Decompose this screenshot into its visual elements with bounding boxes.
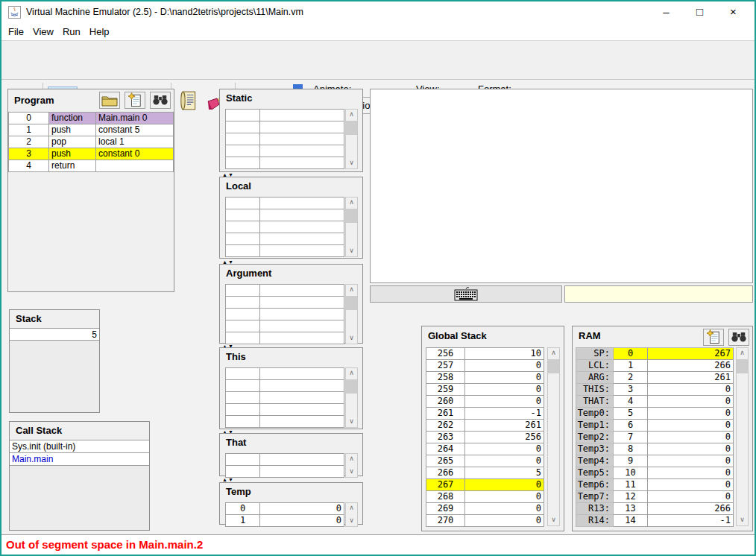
scroll-down-button[interactable]: ∨ xyxy=(346,516,357,526)
global-stack-row[interactable]: 262 261 xyxy=(426,420,544,432)
segment-row[interactable] xyxy=(226,320,344,332)
scroll-thumb[interactable] xyxy=(346,121,357,135)
global-stack-row[interactable]: 270 0 xyxy=(426,515,544,527)
ram-row[interactable]: SP: 0 267 xyxy=(576,348,734,360)
segment-row[interactable] xyxy=(226,145,344,157)
scroll-thumb[interactable] xyxy=(737,359,748,373)
scrollbar[interactable]: ∧ ∨ xyxy=(345,367,358,428)
scroll-thumb[interactable] xyxy=(346,379,357,394)
maximize-button[interactable]: □ xyxy=(683,1,716,23)
global-stack-row[interactable]: 268 0 xyxy=(426,491,544,503)
close-button[interactable]: × xyxy=(716,1,750,23)
ram-row[interactable]: LCL: 1 266 xyxy=(576,360,734,372)
scroll-up-button[interactable]: ∧ xyxy=(737,348,748,358)
segment-row[interactable] xyxy=(226,309,344,320)
ram-row[interactable]: Temp2: 7 0 xyxy=(576,432,734,443)
open-program-button[interactable] xyxy=(99,92,120,109)
global-stack-row[interactable]: 261 -1 xyxy=(426,408,544,420)
segment-row[interactable] xyxy=(226,466,344,478)
keyboard-button[interactable] xyxy=(370,285,562,303)
stack-row[interactable]: 5 xyxy=(10,328,99,341)
segment-row[interactable] xyxy=(226,233,344,245)
global-stack-row[interactable]: 257 0 xyxy=(426,360,544,372)
scroll-up-button[interactable]: ∧ xyxy=(346,198,357,208)
scrollbar[interactable]: ∧ ∨ xyxy=(547,347,560,526)
global-stack-row[interactable]: 266 5 xyxy=(426,467,544,479)
global-stack-row[interactable]: 265 0 xyxy=(426,455,544,467)
scrollbar[interactable]: ∧ ∨ xyxy=(345,197,358,257)
global-stack-row[interactable]: 260 0 xyxy=(426,396,544,408)
ram-row[interactable]: R13: 13 266 xyxy=(576,503,734,515)
scroll-down-button[interactable]: ∨ xyxy=(346,333,357,344)
scroll-up-button[interactable]: ∧ xyxy=(346,110,357,120)
clear-program-button[interactable] xyxy=(125,92,145,109)
scrollbar[interactable]: ∧ ∨ xyxy=(345,109,358,169)
segment-row[interactable]: 0 0 xyxy=(226,503,344,515)
global-stack-row[interactable]: 267 0 xyxy=(426,479,544,491)
program-row[interactable]: 2 pop local 1 xyxy=(8,136,174,148)
scroll-thumb[interactable] xyxy=(346,209,357,223)
call-stack-frame[interactable]: Sys.init (built-in) xyxy=(10,440,149,452)
menu-run[interactable]: Run xyxy=(62,25,81,39)
scroll-down-button[interactable]: ∨ xyxy=(548,515,559,525)
ram-row[interactable]: THAT: 4 0 xyxy=(576,396,734,408)
segment-row[interactable]: 1 0 xyxy=(226,515,344,527)
segment-row[interactable] xyxy=(226,198,344,209)
menu-help[interactable]: Help xyxy=(89,25,110,39)
segment-row[interactable] xyxy=(226,380,344,392)
ram-row[interactable]: ARG: 2 261 xyxy=(576,372,734,384)
ram-row[interactable]: Temp4: 9 0 xyxy=(576,455,734,467)
global-stack-row[interactable]: 264 0 xyxy=(426,443,544,455)
ram-row[interactable]: Temp1: 6 0 xyxy=(576,420,734,432)
scroll-up-button[interactable]: ∧ xyxy=(346,368,357,379)
segment-row[interactable] xyxy=(226,133,344,145)
scroll-down-button[interactable]: ∨ xyxy=(346,417,357,427)
segment-row[interactable] xyxy=(226,332,344,344)
scroll-thumb[interactable] xyxy=(548,359,559,373)
scrollbar[interactable]: ∧ ∨ xyxy=(345,453,358,478)
scroll-up-button[interactable]: ∧ xyxy=(346,454,357,464)
scroll-down-button[interactable]: ∨ xyxy=(346,467,357,477)
scroll-up-button[interactable]: ∧ xyxy=(548,348,559,358)
ram-row[interactable]: Temp7: 12 0 xyxy=(576,491,734,503)
menu-file[interactable]: File xyxy=(7,25,25,39)
program-row[interactable]: 3 push constant 0 xyxy=(8,148,174,160)
global-stack-row[interactable]: 256 10 xyxy=(426,348,544,360)
scroll-down-button[interactable]: ∨ xyxy=(737,515,748,525)
scroll-up-button[interactable]: ∧ xyxy=(346,285,357,295)
program-row[interactable]: 0 function Main.main 0 xyxy=(8,113,174,124)
keyboard-input-field[interactable] xyxy=(564,285,753,303)
menu-view[interactable]: View xyxy=(32,25,54,39)
segment-row[interactable] xyxy=(226,454,344,466)
program-row[interactable]: 1 push constant 5 xyxy=(8,124,174,136)
segment-row[interactable] xyxy=(226,221,344,233)
scroll-down-button[interactable]: ∨ xyxy=(346,246,357,256)
search-ram-button[interactable] xyxy=(728,329,749,346)
global-stack-row[interactable]: 259 0 xyxy=(426,384,544,396)
ram-row[interactable]: Temp6: 11 0 xyxy=(576,479,734,491)
ram-row[interactable]: R14: 14 -1 xyxy=(576,515,734,527)
scrollbar[interactable]: ∧ ∨ xyxy=(345,502,358,527)
script-button[interactable] xyxy=(175,86,202,115)
scrollbar[interactable]: ∧ ∨ xyxy=(345,284,358,344)
search-program-button[interactable] xyxy=(150,92,171,109)
segment-row[interactable] xyxy=(226,416,344,428)
clear-ram-button[interactable] xyxy=(703,329,724,346)
segment-row[interactable] xyxy=(226,392,344,404)
ram-row[interactable]: Temp5: 10 0 xyxy=(576,467,734,479)
segment-row[interactable] xyxy=(226,297,344,309)
segment-row[interactable] xyxy=(226,110,344,121)
segment-row[interactable] xyxy=(226,245,344,257)
segment-row[interactable] xyxy=(226,404,344,416)
ram-row[interactable]: Temp3: 8 0 xyxy=(576,443,734,455)
minimize-button[interactable]: – xyxy=(649,1,683,23)
segment-row[interactable] xyxy=(226,368,344,380)
global-stack-row[interactable]: 269 0 xyxy=(426,503,544,515)
call-stack-frame[interactable]: Main.main xyxy=(10,452,149,465)
global-stack-row[interactable]: 258 0 xyxy=(426,372,544,384)
global-stack-row[interactable]: 263 256 xyxy=(426,432,544,443)
ram-row[interactable]: Temp0: 5 0 xyxy=(576,408,734,420)
segment-row[interactable] xyxy=(226,285,344,297)
segment-row[interactable] xyxy=(226,209,344,221)
segment-row[interactable] xyxy=(226,121,344,133)
